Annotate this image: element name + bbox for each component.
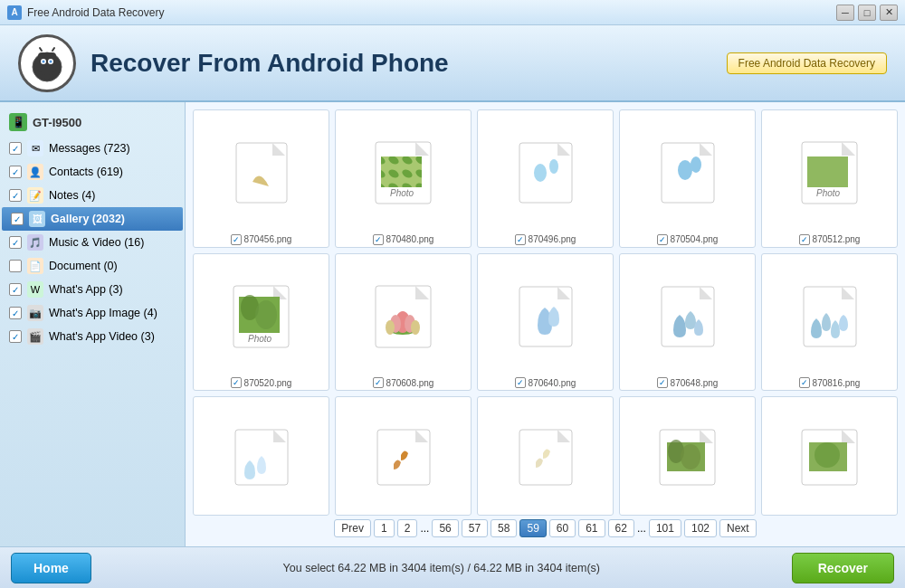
page-102[interactable]: 102 xyxy=(684,519,717,537)
thumb-img-row3-1 xyxy=(197,401,325,513)
thumb-img-870520: Photo xyxy=(197,258,325,376)
thumb-870496[interactable]: 870496.png xyxy=(477,109,614,248)
whatsappvid-checkbox[interactable] xyxy=(9,330,22,343)
thumb-cb-870512[interactable] xyxy=(799,234,810,245)
ellipsis-2: ... xyxy=(637,522,646,535)
svg-point-5 xyxy=(50,60,52,62)
thumb-870608[interactable]: 870608.png xyxy=(335,253,472,392)
document-label: Document (0) xyxy=(49,260,177,272)
thumb-img-870816 xyxy=(766,258,893,376)
thumb-870504[interactable]: 870504.png xyxy=(619,109,756,248)
whatsappvid-icon: 🎬 xyxy=(27,328,43,345)
page-56[interactable]: 56 xyxy=(432,519,458,537)
thumb-img-row3-2 xyxy=(339,401,467,513)
whatsappimg-checkbox[interactable] xyxy=(9,307,22,319)
maximize-button[interactable]: □ xyxy=(858,5,876,21)
thumb-row3-3[interactable] xyxy=(477,396,614,516)
thumb-cb-870816[interactable] xyxy=(799,377,810,388)
thumb-cb-870480[interactable] xyxy=(373,234,384,245)
thumb-filename-870496: 870496.png xyxy=(529,234,576,244)
page-58[interactable]: 58 xyxy=(491,519,517,537)
page-1[interactable]: 1 xyxy=(374,519,395,537)
thumb-870456[interactable]: 870456.png xyxy=(193,109,329,248)
minimize-button[interactable]: ─ xyxy=(836,5,854,21)
thumb-cb-870608[interactable] xyxy=(373,377,384,388)
svg-text:Photo: Photo xyxy=(390,188,414,198)
page-62[interactable]: 62 xyxy=(608,519,634,537)
thumb-row3-1[interactable] xyxy=(193,396,329,516)
thumb-filename-870816: 870816.png xyxy=(813,378,861,388)
product-badge: Free Android Data Recovery xyxy=(727,52,887,74)
thumb-870648[interactable]: 870648.png xyxy=(619,253,756,392)
page-60[interactable]: 60 xyxy=(549,519,576,537)
sidebar-item-document[interactable]: 📄 Document (0) xyxy=(0,254,185,278)
whatsapp-icon: W xyxy=(27,281,43,298)
sidebar-item-whatsappvid[interactable]: 🎬 What's App Video (3) xyxy=(0,325,185,348)
sidebar: 📱 GT-I9500 ✉ Messages (723) 👤 Contacts (… xyxy=(0,102,186,546)
thumb-filename-870480: 870480.png xyxy=(386,234,434,244)
sidebar-item-gallery[interactable]: 🖼 Gallery (2032) xyxy=(2,207,183,231)
thumb-870520[interactable]: Photo 870520.png xyxy=(193,253,329,392)
sidebar-item-messages[interactable]: ✉ Messages (723) xyxy=(0,137,185,160)
musicvideo-checkbox[interactable] xyxy=(9,236,22,249)
app-logo xyxy=(18,34,76,92)
thumb-870480[interactable]: Photo 870480.png xyxy=(335,109,472,248)
thumb-img-870608 xyxy=(339,258,467,376)
thumb-870816[interactable]: 870816.png xyxy=(761,253,898,392)
document-checkbox[interactable] xyxy=(9,260,22,272)
svg-point-45 xyxy=(411,320,420,335)
whatsapp-checkbox[interactable] xyxy=(9,283,22,296)
notes-checkbox[interactable] xyxy=(9,189,22,202)
svg-point-22 xyxy=(534,164,547,182)
main-area: 📱 GT-I9500 ✉ Messages (723) 👤 Contacts (… xyxy=(0,102,905,546)
svg-rect-30 xyxy=(807,156,848,187)
notes-label: Notes (4) xyxy=(49,189,177,202)
thumb-870640[interactable]: 870640.png xyxy=(477,253,614,392)
thumb-img-870648 xyxy=(624,258,751,376)
whatsappimg-icon: 📷 xyxy=(27,305,43,321)
thumb-cb-870456[interactable] xyxy=(231,234,242,245)
thumb-cb-870504[interactable] xyxy=(657,234,668,245)
notes-icon: 📝 xyxy=(27,187,43,204)
svg-point-66 xyxy=(814,442,840,468)
recover-button[interactable]: Recover xyxy=(792,553,894,583)
svg-line-6 xyxy=(40,48,42,51)
contacts-checkbox[interactable] xyxy=(9,166,22,178)
svg-rect-11 xyxy=(49,74,52,79)
svg-rect-9 xyxy=(56,63,60,71)
sidebar-item-whatsapp[interactable]: W What's App (3) xyxy=(0,278,185,301)
thumb-cb-870520[interactable] xyxy=(231,377,242,388)
thumb-row3-2[interactable] xyxy=(335,396,472,516)
sidebar-item-musicvideo[interactable]: 🎵 Music & Video (16) xyxy=(0,231,185,254)
close-button[interactable]: ✕ xyxy=(880,5,898,21)
sidebar-item-contacts[interactable]: 👤 Contacts (619) xyxy=(0,160,185,184)
thumb-cb-870640[interactable] xyxy=(515,377,526,388)
home-button[interactable]: Home xyxy=(11,553,91,583)
thumb-img-870640 xyxy=(481,258,609,376)
device-label: 📱 GT-I9500 xyxy=(0,109,185,137)
page-59[interactable]: 59 xyxy=(519,519,546,537)
page-101[interactable]: 101 xyxy=(649,519,681,537)
sidebar-item-whatsappimg[interactable]: 📷 What's App Image (4) xyxy=(0,301,185,325)
svg-point-36 xyxy=(255,300,277,329)
messages-checkbox[interactable] xyxy=(9,142,22,155)
titlebar-title: Free Android Data Recovery xyxy=(27,6,836,19)
thumb-row3-4[interactable] xyxy=(619,396,756,516)
svg-point-23 xyxy=(549,159,558,174)
prev-button[interactable]: Prev xyxy=(334,519,371,537)
titlebar: A Free Android Data Recovery ─ □ ✕ xyxy=(0,0,905,25)
thumb-cb-870648[interactable] xyxy=(657,377,668,388)
svg-point-26 xyxy=(678,160,692,180)
thumb-row3-5[interactable] xyxy=(761,396,898,516)
next-button[interactable]: Next xyxy=(719,519,757,537)
page-57[interactable]: 57 xyxy=(462,519,488,537)
thumb-870512[interactable]: Photo 870512.png xyxy=(761,109,898,248)
sidebar-item-notes[interactable]: 📝 Notes (4) xyxy=(0,184,185,207)
page-2[interactable]: 2 xyxy=(397,519,418,537)
thumb-cb-870496[interactable] xyxy=(515,234,526,245)
contacts-icon: 👤 xyxy=(27,164,43,180)
svg-point-44 xyxy=(386,320,395,335)
thumb-img-870480: Photo xyxy=(339,114,467,232)
page-61[interactable]: 61 xyxy=(578,519,605,537)
gallery-checkbox[interactable] xyxy=(11,213,24,225)
